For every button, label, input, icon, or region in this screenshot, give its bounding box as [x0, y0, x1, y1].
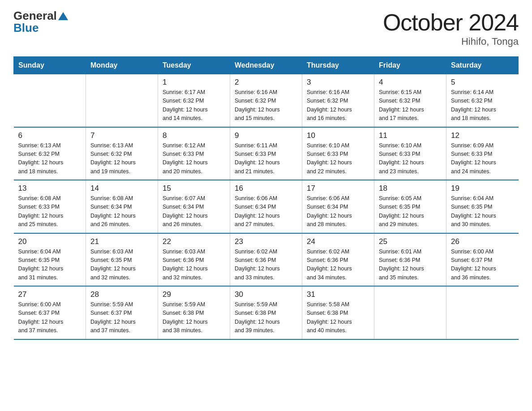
calendar-cell [14, 74, 86, 127]
day-number: 4 [379, 78, 442, 87]
calendar-cell: 28Sunrise: 5:59 AMSunset: 6:37 PMDayligh… [86, 286, 158, 339]
calendar-week-1: 1Sunrise: 6:17 AMSunset: 6:32 PMDaylight… [14, 74, 519, 127]
day-of-week-monday: Monday [86, 57, 158, 74]
calendar-cell: 20Sunrise: 6:04 AMSunset: 6:35 PMDayligh… [14, 233, 86, 287]
calendar-table: SundayMondayTuesdayWednesdayThursdayFrid… [13, 56, 519, 340]
day-number: 2 [235, 78, 297, 87]
day-number: 5 [451, 78, 514, 87]
calendar-cell: 10Sunrise: 6:10 AMSunset: 6:33 PMDayligh… [302, 127, 374, 180]
day-number: 11 [379, 131, 442, 140]
day-info: Sunrise: 6:13 AMSunset: 6:32 PMDaylight:… [90, 141, 153, 176]
calendar-cell: 30Sunrise: 5:59 AMSunset: 6:38 PMDayligh… [230, 286, 302, 339]
calendar-title: October 2024 [383, 9, 519, 36]
title-area: October 2024 Hihifo, Tonga [383, 9, 519, 47]
calendar-cell: 8Sunrise: 6:12 AMSunset: 6:33 PMDaylight… [158, 127, 230, 180]
calendar-cell: 27Sunrise: 6:00 AMSunset: 6:37 PMDayligh… [14, 286, 86, 339]
calendar-body: 1Sunrise: 6:17 AMSunset: 6:32 PMDaylight… [14, 74, 519, 339]
day-number: 22 [163, 237, 225, 246]
day-number: 13 [18, 184, 82, 193]
calendar-cell: 4Sunrise: 6:15 AMSunset: 6:32 PMDaylight… [374, 74, 446, 127]
calendar-cell: 1Sunrise: 6:17 AMSunset: 6:32 PMDaylight… [158, 74, 230, 127]
day-of-week-wednesday: Wednesday [230, 57, 302, 74]
day-of-week-tuesday: Tuesday [158, 57, 230, 74]
day-number: 24 [307, 237, 369, 246]
calendar-header: SundayMondayTuesdayWednesdayThursdayFrid… [14, 57, 519, 74]
svg-marker-0 [58, 12, 68, 20]
page-header: General Blue October 2024 Hihifo, Tonga [13, 9, 519, 47]
day-info: Sunrise: 6:04 AMSunset: 6:35 PMDaylight:… [18, 248, 82, 283]
calendar-cell: 7Sunrise: 6:13 AMSunset: 6:32 PMDaylight… [86, 127, 158, 180]
day-info: Sunrise: 6:00 AMSunset: 6:37 PMDaylight:… [451, 248, 514, 283]
day-info: Sunrise: 6:14 AMSunset: 6:32 PMDaylight:… [451, 88, 514, 123]
day-number: 14 [90, 184, 153, 193]
calendar-cell: 13Sunrise: 6:08 AMSunset: 6:33 PMDayligh… [14, 180, 86, 233]
day-info: Sunrise: 5:59 AMSunset: 6:38 PMDaylight:… [235, 300, 297, 335]
calendar-week-2: 6Sunrise: 6:13 AMSunset: 6:32 PMDaylight… [14, 127, 519, 180]
calendar-cell: 21Sunrise: 6:03 AMSunset: 6:35 PMDayligh… [86, 233, 158, 287]
day-info: Sunrise: 6:03 AMSunset: 6:36 PMDaylight:… [163, 248, 225, 283]
day-number: 12 [451, 131, 514, 140]
day-info: Sunrise: 6:08 AMSunset: 6:33 PMDaylight:… [18, 194, 82, 229]
day-number: 27 [18, 290, 82, 299]
day-info: Sunrise: 6:02 AMSunset: 6:36 PMDaylight:… [307, 248, 369, 283]
day-info: Sunrise: 6:01 AMSunset: 6:36 PMDaylight:… [379, 248, 442, 283]
day-number: 16 [235, 184, 297, 193]
day-number: 9 [235, 131, 297, 140]
day-number: 25 [379, 237, 442, 246]
day-number: 20 [18, 237, 82, 246]
calendar-cell: 11Sunrise: 6:10 AMSunset: 6:33 PMDayligh… [374, 127, 446, 180]
calendar-cell: 18Sunrise: 6:05 AMSunset: 6:35 PMDayligh… [374, 180, 446, 233]
calendar-cell: 23Sunrise: 6:02 AMSunset: 6:36 PMDayligh… [230, 233, 302, 287]
day-number: 28 [90, 290, 153, 299]
day-number: 30 [235, 290, 297, 299]
day-number: 23 [235, 237, 297, 246]
day-number: 21 [90, 237, 153, 246]
day-of-week-saturday: Saturday [446, 57, 519, 74]
day-info: Sunrise: 5:59 AMSunset: 6:38 PMDaylight:… [163, 300, 225, 335]
calendar-cell: 2Sunrise: 6:16 AMSunset: 6:32 PMDaylight… [230, 74, 302, 127]
calendar-cell [446, 286, 519, 339]
day-number: 31 [307, 290, 369, 299]
day-info: Sunrise: 6:10 AMSunset: 6:33 PMDaylight:… [307, 141, 369, 176]
calendar-week-5: 27Sunrise: 6:00 AMSunset: 6:37 PMDayligh… [14, 286, 519, 339]
calendar-cell: 3Sunrise: 6:16 AMSunset: 6:32 PMDaylight… [302, 74, 374, 127]
day-info: Sunrise: 6:04 AMSunset: 6:35 PMDaylight:… [451, 194, 514, 229]
day-number: 15 [163, 184, 225, 193]
day-info: Sunrise: 6:09 AMSunset: 6:33 PMDaylight:… [451, 141, 514, 176]
calendar-week-4: 20Sunrise: 6:04 AMSunset: 6:35 PMDayligh… [14, 233, 519, 287]
calendar-cell: 12Sunrise: 6:09 AMSunset: 6:33 PMDayligh… [446, 127, 519, 180]
day-info: Sunrise: 6:00 AMSunset: 6:37 PMDaylight:… [18, 300, 82, 335]
calendar-cell [86, 74, 158, 127]
day-info: Sunrise: 6:15 AMSunset: 6:32 PMDaylight:… [379, 88, 442, 123]
logo: General Blue [13, 9, 68, 35]
day-info: Sunrise: 6:06 AMSunset: 6:34 PMDaylight:… [235, 194, 297, 229]
calendar-cell [374, 286, 446, 339]
calendar-cell: 6Sunrise: 6:13 AMSunset: 6:32 PMDaylight… [14, 127, 86, 180]
day-number: 7 [90, 131, 153, 140]
calendar-cell: 31Sunrise: 5:58 AMSunset: 6:38 PMDayligh… [302, 286, 374, 339]
day-info: Sunrise: 6:08 AMSunset: 6:34 PMDaylight:… [90, 194, 153, 229]
day-number: 17 [307, 184, 369, 193]
day-info: Sunrise: 6:10 AMSunset: 6:33 PMDaylight:… [379, 141, 442, 176]
calendar-cell: 19Sunrise: 6:04 AMSunset: 6:35 PMDayligh… [446, 180, 519, 233]
days-of-week-row: SundayMondayTuesdayWednesdayThursdayFrid… [14, 57, 519, 74]
day-info: Sunrise: 6:02 AMSunset: 6:36 PMDaylight:… [235, 248, 297, 283]
day-of-week-friday: Friday [374, 57, 446, 74]
day-info: Sunrise: 6:03 AMSunset: 6:35 PMDaylight:… [90, 248, 153, 283]
day-of-week-thursday: Thursday [302, 57, 374, 74]
day-number: 29 [163, 290, 225, 299]
calendar-cell: 14Sunrise: 6:08 AMSunset: 6:34 PMDayligh… [86, 180, 158, 233]
day-number: 3 [307, 78, 369, 87]
day-info: Sunrise: 6:13 AMSunset: 6:32 PMDaylight:… [18, 141, 82, 176]
day-number: 18 [379, 184, 442, 193]
logo-triangle-icon [58, 12, 68, 20]
day-info: Sunrise: 6:16 AMSunset: 6:32 PMDaylight:… [307, 88, 369, 123]
logo-blue: Blue [13, 21, 39, 35]
calendar-cell: 25Sunrise: 6:01 AMSunset: 6:36 PMDayligh… [374, 233, 446, 287]
calendar-cell: 29Sunrise: 5:59 AMSunset: 6:38 PMDayligh… [158, 286, 230, 339]
calendar-cell: 24Sunrise: 6:02 AMSunset: 6:36 PMDayligh… [302, 233, 374, 287]
calendar-cell: 15Sunrise: 6:07 AMSunset: 6:34 PMDayligh… [158, 180, 230, 233]
day-info: Sunrise: 6:07 AMSunset: 6:34 PMDaylight:… [163, 194, 225, 229]
day-info: Sunrise: 6:06 AMSunset: 6:34 PMDaylight:… [307, 194, 369, 229]
day-number: 8 [163, 131, 225, 140]
